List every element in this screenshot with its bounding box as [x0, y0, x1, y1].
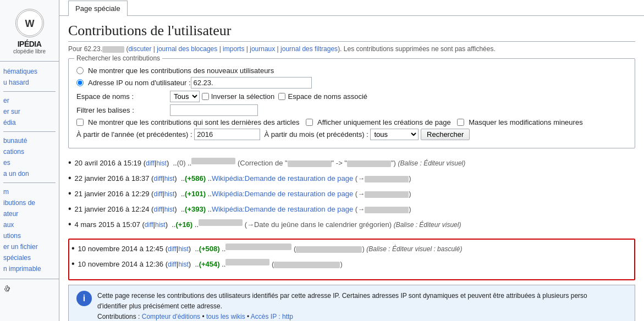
- hist-link-5[interactable]: hist: [155, 220, 166, 230]
- year-label: À partir de l'année (et précédentes) :: [76, 130, 192, 139]
- diff-link-4[interactable]: diff: [153, 204, 162, 214]
- h-comment-2: ( ): [272, 259, 343, 270]
- sidebar-link-contributions[interactable]: ibutions de: [3, 197, 56, 208]
- creations-label: Afficher uniquement les créations de pag…: [317, 118, 451, 126]
- creations-checkbox[interactable]: [306, 119, 313, 126]
- h-diff-1[interactable]: diff: [168, 244, 177, 254]
- invert-checkbox[interactable]: [202, 93, 209, 100]
- h-size-1: (+508): [199, 243, 220, 254]
- last-contributions-checkbox[interactable]: [76, 119, 84, 126]
- sidebar-link-aux[interactable]: aux: [3, 219, 56, 230]
- h-date-1: 10 novembre 2014 à 12:45: [78, 243, 163, 254]
- radio-new-users-label[interactable]: Ne montrer que les contributions des nou…: [76, 67, 274, 75]
- tab-page-speciale[interactable]: Page spéciale: [68, 1, 128, 16]
- diff-link-2[interactable]: diff: [153, 174, 162, 184]
- highlighted-results-section: • 10 novembre 2014 à 12:45 (diff | hist)…: [68, 239, 635, 280]
- highlighted-item-2: • 10 novembre 2014 à 12:36 (diff | hist)…: [71, 256, 632, 272]
- article-link-2[interactable]: Wikipédia:Demande de restauration de pag…: [212, 173, 353, 184]
- sidebar-link-3[interactable]: édia: [3, 117, 56, 128]
- info-link-acces[interactable]: Accès IP : http: [251, 313, 293, 320]
- hist-link-4[interactable]: hist: [164, 204, 175, 214]
- h-article-blurred-2: [225, 259, 269, 265]
- hist-link-1[interactable]: hist: [156, 158, 167, 168]
- bullet-5: •: [68, 218, 71, 231]
- radio-ip-row: Adresse IP ou nom d'utilisateur :: [76, 77, 627, 88]
- diff-link-1[interactable]: diff: [146, 158, 155, 168]
- sidebar: W IPÉDIA clopédie libre hématiques u has…: [0, 0, 59, 321]
- comment-5: (→Date du jeûne dans le calendrier grégo…: [245, 219, 392, 230]
- h-hist-1[interactable]: hist: [178, 244, 189, 254]
- h-hist-2[interactable]: hist: [178, 259, 189, 269]
- result-item-1: • 20 avril 2016 à 15:19 (diff | hist) ..…: [68, 155, 635, 170]
- h-bullet-1: •: [71, 242, 75, 255]
- sidebar-link-speciales[interactable]: spéciales: [3, 252, 56, 263]
- sidebar-link-ateur[interactable]: ateur: [3, 208, 56, 219]
- user-blurred-1: [191, 158, 235, 164]
- associated-label: Espace de noms associé: [288, 92, 367, 101]
- namespace-select[interactable]: Tous: [170, 91, 200, 102]
- settings-gear[interactable]: [0, 283, 59, 296]
- comment-4: (→ ): [355, 204, 411, 215]
- sidebar-link-m[interactable]: m: [3, 186, 56, 197]
- diff-link-3[interactable]: diff: [153, 189, 162, 199]
- h-diff-2[interactable]: diff: [168, 259, 177, 269]
- page-content: Contributions de l'utilisateur Pour 62.2…: [59, 16, 644, 321]
- comment-3: (→ ): [355, 189, 411, 200]
- tab-bar: Page spéciale: [59, 0, 644, 16]
- sidebar-link-utions[interactable]: utions: [3, 230, 56, 241]
- sidebar-link-hasard[interactable]: u hasard: [3, 77, 56, 88]
- result-3-date: 21 janvier 2016 à 12:29: [75, 189, 150, 200]
- radio-new-users[interactable]: [76, 67, 84, 74]
- sidebar-link-communaute[interactable]: bunauté: [3, 135, 56, 146]
- bullet-3: •: [68, 187, 71, 200]
- result-item-3: • 21 janvier 2016 à 12:29 (diff | hist) …: [68, 186, 635, 201]
- sidebar-link-fichier[interactable]: er un fichier: [3, 241, 56, 252]
- h-article-blurred-1: [225, 243, 291, 250]
- tag-filter-input[interactable]: [170, 104, 258, 116]
- h-date-2: 10 novembre 2014 à 12:36: [78, 259, 163, 270]
- info-icon: i: [76, 291, 92, 306]
- sidebar-link-cations[interactable]: cations: [3, 146, 56, 157]
- month-select[interactable]: tous janvier février mars avril mai juin…: [370, 129, 419, 140]
- radio-ip-label[interactable]: Adresse IP ou nom d'utilisateur :: [76, 79, 191, 87]
- diff-link-5[interactable]: diff: [145, 220, 153, 230]
- article-link-4[interactable]: Wikipédia:Demande de restauration de pag…: [212, 204, 353, 215]
- sidebar-link-2[interactable]: er sur: [3, 106, 56, 117]
- tag-filter-label: Filtrer les balises :: [76, 106, 170, 114]
- h-tag-1: (Balise : Éditeur visuel : basculé): [366, 244, 462, 254]
- minor-checkbox[interactable]: [457, 119, 464, 126]
- sidebar-link-es[interactable]: es: [3, 157, 56, 168]
- sidebar-link-1[interactable]: er: [3, 95, 56, 106]
- link-discuter[interactable]: discuter: [128, 45, 151, 53]
- tag-5: (Balise : Éditeur visuel): [394, 220, 461, 230]
- h-comment-1: ( ): [294, 243, 365, 254]
- link-journal-filtrages[interactable]: journal des filtrages: [280, 45, 338, 53]
- size-3: (+101): [185, 189, 206, 200]
- site-title: IPÉDIA: [18, 40, 42, 48]
- bullet-4: •: [68, 202, 71, 215]
- associated-checkbox[interactable]: [278, 93, 285, 100]
- rechercher-button[interactable]: Rechercher: [421, 129, 470, 140]
- hist-link-3[interactable]: hist: [164, 189, 175, 199]
- info-link-compteur[interactable]: Compteur d'éditions: [142, 313, 200, 320]
- sidebar-link-don[interactable]: a un don: [3, 168, 56, 179]
- article-link-3[interactable]: Wikipédia:Demande de restauration de pag…: [212, 189, 353, 200]
- result-item-2: • 22 janvier 2016 à 18:37 (diff | hist) …: [68, 170, 635, 186]
- tag-1: (Balise : Éditeur visuel): [398, 158, 466, 168]
- result-item-5: • 4 mars 2015 à 15:07 (diff | hist) .. (…: [68, 217, 635, 232]
- main-content: Page spéciale Contributions de l'utilisa…: [59, 0, 644, 321]
- year-input[interactable]: [194, 129, 260, 140]
- h-size-2: (+454): [199, 259, 220, 270]
- info-link-wikis[interactable]: tous les wikis: [206, 313, 245, 320]
- sidebar-link-thematiques[interactable]: hématiques: [3, 66, 56, 77]
- link-journaux[interactable]: journaux: [250, 45, 275, 53]
- result-item-4: • 21 janvier 2016 à 12:24 (diff | hist) …: [68, 201, 635, 217]
- hist-link-2[interactable]: hist: [164, 174, 175, 184]
- radio-ip[interactable]: [76, 79, 84, 86]
- ip-input[interactable]: [191, 77, 312, 88]
- sidebar-link-imprimable[interactable]: n imprimable: [3, 263, 56, 274]
- size-4: (+393): [185, 204, 206, 215]
- wikipedia-logo: W: [15, 9, 44, 37]
- link-journal-blocages[interactable]: journal des blocages: [157, 45, 217, 53]
- link-imports[interactable]: imports: [223, 45, 244, 53]
